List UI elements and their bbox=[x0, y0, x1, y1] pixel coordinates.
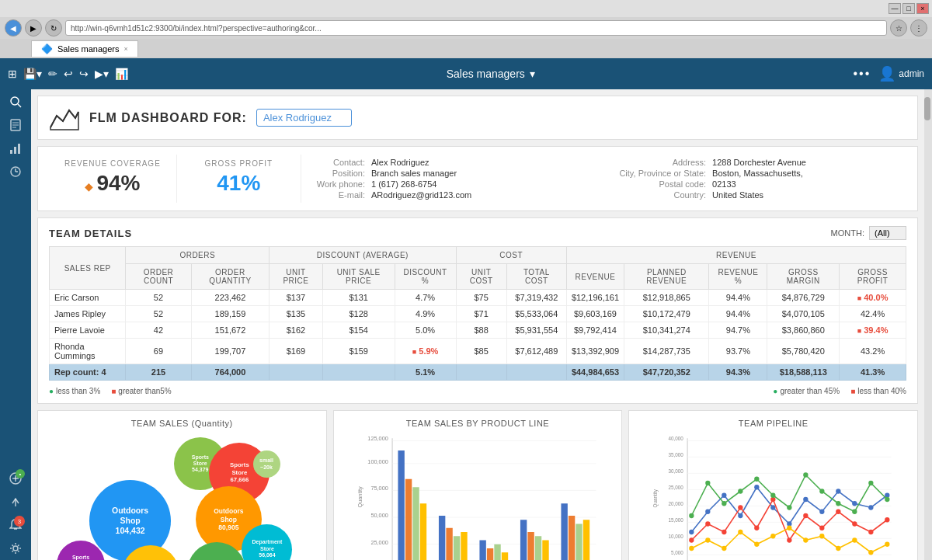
col-orders: ORDERS bbox=[126, 247, 270, 264]
undo-icon[interactable]: ↩ bbox=[64, 68, 73, 80]
contact-info: Contact: Alex Rodriguez Position: Branch… bbox=[301, 155, 604, 203]
forward-btn[interactable]: ▶ bbox=[25, 19, 42, 37]
app-toolbar-icons: ⊞ 💾▾ ✏ ↩ ↪ ▶▾ 📊 bbox=[8, 68, 128, 80]
bubble-item: small~20k bbox=[253, 450, 280, 478]
svg-rect-43 bbox=[494, 544, 500, 560]
svg-point-114 bbox=[771, 493, 776, 498]
svg-text:125,000: 125,000 bbox=[367, 435, 388, 442]
cell-unit-sale-price: $154 bbox=[322, 322, 395, 339]
cell-discount-pct: 4.7% bbox=[395, 290, 456, 306]
svg-point-132 bbox=[853, 537, 857, 542]
cell-unit-cost: $88 bbox=[456, 322, 506, 339]
cell-revenue: $13,392,909 bbox=[566, 339, 624, 364]
svg-rect-51 bbox=[576, 524, 582, 561]
save-icon[interactable]: 💾▾ bbox=[23, 68, 42, 80]
home-icon[interactable]: ⊞ bbox=[8, 68, 17, 80]
cell-total-cost: $7,612,489 bbox=[506, 339, 566, 364]
svg-rect-42 bbox=[487, 548, 493, 560]
svg-point-128 bbox=[788, 526, 792, 530]
cell-revenue-pct: 93.7% bbox=[709, 339, 767, 364]
sidebar-item-search[interactable] bbox=[9, 96, 22, 108]
close-btn[interactable]: × bbox=[916, 3, 929, 14]
cell-gross-margin: $5,780,420 bbox=[767, 339, 840, 364]
svg-rect-6 bbox=[10, 150, 12, 154]
svg-rect-47 bbox=[535, 536, 541, 560]
run-icon[interactable]: ▶▾ bbox=[95, 68, 109, 80]
sidebar-item-pages[interactable] bbox=[9, 119, 22, 131]
svg-point-103 bbox=[804, 513, 809, 518]
cell-order-count: 52 bbox=[126, 306, 191, 322]
svg-point-129 bbox=[804, 537, 809, 542]
svg-rect-8 bbox=[18, 144, 20, 154]
svg-text:100,000: 100,000 bbox=[367, 458, 388, 465]
legend-discount-red: ■ greater than5% bbox=[111, 387, 171, 395]
sub-col-gross-margin: Gross margin bbox=[767, 264, 840, 290]
table-row: Rhonda Cummings 69 199,707 $169 $159 ■ 5… bbox=[50, 339, 906, 364]
sub-col-planned-revenue: Planned revenue bbox=[624, 264, 709, 290]
cell-order-count: 69 bbox=[126, 339, 191, 364]
col-sales-rep: SALES REP bbox=[50, 247, 126, 290]
bubble-chart-area: SportsStore54,379SportsStore67,666Outdoo… bbox=[46, 434, 318, 560]
cell-discount-pct: 4.9% bbox=[395, 306, 456, 322]
sidebar-item-share[interactable] bbox=[9, 496, 22, 508]
minimize-btn[interactable]: — bbox=[889, 3, 901, 14]
back-btn[interactable]: ◀ bbox=[5, 19, 22, 37]
tab-close-icon[interactable]: × bbox=[124, 45, 128, 53]
svg-text:Quantity: Quantity bbox=[653, 489, 659, 507]
dashboard-title: FLM DASHBOARD FOR: bbox=[89, 111, 247, 125]
svg-point-93 bbox=[853, 501, 857, 506]
pipeline-chart-svg: 0 5,000 10,000 15,000 20,000 25,000 30,0… bbox=[637, 434, 909, 560]
diamond-icon: ◆ bbox=[85, 180, 93, 193]
browser-toolbar: ◀ ▶ ↻ http://win-q6vmh1d51c2:9300/bi/ind… bbox=[0, 17, 932, 39]
revenue-legend: ● greater than 45% ■ less than 40% bbox=[773, 384, 906, 395]
team-details-section: TEAM DETAILS MONTH: (All) SALES REP ORDE… bbox=[37, 217, 918, 404]
menu-btn[interactable]: ⋮ bbox=[910, 19, 927, 37]
legend-revenue-red: ■ less than 40% bbox=[850, 387, 906, 395]
cell-planned-revenue: $12,918,865 bbox=[624, 290, 709, 306]
svg-point-90 bbox=[804, 497, 809, 502]
svg-rect-41 bbox=[479, 541, 485, 561]
sidebar-item-clock[interactable] bbox=[9, 165, 22, 178]
team-sales-by-product-chart: TEAM SALES BY PRODUCT LINE 0 25,000 50,0… bbox=[333, 410, 623, 560]
tab-sales-managers[interactable]: 🔷 Sales managers × bbox=[31, 40, 138, 57]
refresh-btn[interactable]: ↻ bbox=[45, 19, 62, 37]
sidebar-item-add[interactable]: • bbox=[9, 472, 22, 485]
redo-icon[interactable]: ↪ bbox=[79, 68, 89, 80]
chart-icon[interactable]: 📊 bbox=[115, 68, 128, 80]
star-btn[interactable]: ☆ bbox=[890, 19, 907, 37]
month-selector[interactable]: (All) bbox=[869, 226, 906, 240]
sidebar-item-notifications[interactable]: 3 bbox=[9, 519, 22, 531]
cell-revenue-pct: 94.4% bbox=[709, 306, 767, 322]
cell-order-count: 42 bbox=[126, 322, 191, 339]
sidebar-item-data[interactable] bbox=[9, 142, 22, 155]
person-selector[interactable]: Alex Rodriguez bbox=[256, 109, 352, 127]
address-bar[interactable]: http://win-q6vmh1d51c2:9300/bi/index.htm… bbox=[65, 20, 887, 36]
maximize-btn[interactable]: □ bbox=[902, 3, 915, 14]
right-scrollbar[interactable] bbox=[924, 89, 932, 560]
cell-order-count: 52 bbox=[126, 290, 191, 306]
cell-planned-revenue: $10,172,479 bbox=[624, 306, 709, 322]
cell-gross-profit: 43.2% bbox=[840, 339, 906, 364]
svg-point-98 bbox=[722, 530, 727, 534]
svg-point-100 bbox=[755, 526, 760, 530]
svg-text:50,000: 50,000 bbox=[370, 512, 388, 519]
svg-rect-44 bbox=[501, 552, 507, 560]
svg-point-92 bbox=[836, 489, 841, 493]
dashboard-header: FLM DASHBOARD FOR: Alex Rodriguez bbox=[37, 96, 918, 140]
svg-rect-46 bbox=[527, 532, 534, 560]
cell-discount-pct: ■ 5.9% bbox=[395, 339, 456, 364]
team-header: TEAM DETAILS MONTH: (All) bbox=[49, 226, 906, 240]
edit-icon[interactable]: ✏ bbox=[48, 68, 57, 80]
cell-revenue-pct: 94.4% bbox=[709, 290, 767, 306]
svg-text:15,000: 15,000 bbox=[669, 517, 684, 523]
svg-rect-36 bbox=[419, 503, 426, 560]
sidebar-item-settings[interactable] bbox=[9, 542, 22, 555]
more-menu-icon[interactable]: ••• bbox=[854, 67, 871, 81]
address-info: Address: 1288 Dorchester Avenue City, Pr… bbox=[603, 155, 906, 203]
browser-controls[interactable]: — □ × bbox=[889, 3, 929, 14]
svg-point-107 bbox=[869, 530, 874, 534]
cell-order-qty: 151,672 bbox=[191, 322, 270, 339]
svg-point-110 bbox=[706, 481, 711, 485]
team-pipeline-title: TEAM PIPELINE bbox=[637, 419, 909, 428]
cell-discount-pct: 5.0% bbox=[395, 322, 456, 339]
